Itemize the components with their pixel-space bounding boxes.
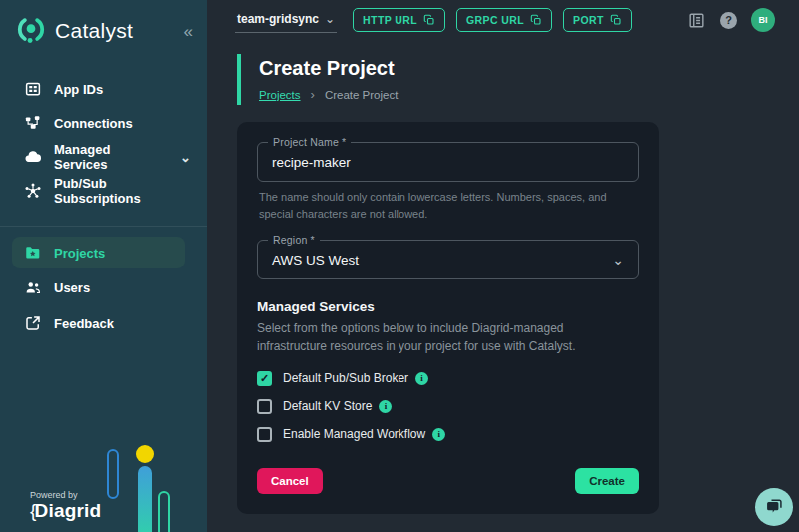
copy-icon [530,14,542,26]
sidebar-item-label: Projects [54,246,105,261]
managed-services-title: Managed Services [257,299,639,314]
page-title: Create Project [259,57,799,80]
decoration-blue-pill [107,449,119,499]
option-default-pubsub-broker[interactable]: ✓ Default Pub/Sub Broker i [257,366,639,390]
decoration-gradient-pill [138,466,152,532]
sidebar-item-label: Feedback [54,316,114,331]
sidebar-divider [0,226,207,227]
connections-icon [24,114,42,132]
powered-by-block: Powered by {Diagrid [30,490,101,522]
checkbox-unchecked[interactable] [257,427,272,442]
chat-widget-button[interactable] [755,488,793,526]
chevron-right-icon: › [311,88,315,101]
decoration-yellow-dot [136,445,154,463]
http-url-label: HTTP URL [363,14,417,26]
url-buttons: HTTP URL GRPC URL PORT [353,8,632,32]
sidebar-item-label: Users [54,280,90,295]
external-link-icon [24,314,42,332]
sidebar: Catalyst « App IDs Connections [0,0,207,532]
docs-icon[interactable] [687,11,706,30]
decoration-teal-pill [158,491,170,532]
managed-services-description: Select from the options below to include… [257,319,636,355]
sidebar-item-users[interactable]: Users [0,270,207,304]
avatar[interactable]: BI [751,8,775,32]
chevron-down-icon[interactable]: ⌄ [180,150,191,165]
chevron-down-icon: ⌄ [612,252,624,267]
topbar: team-gridsync ⌄ HTTP URL GRPC URL PORT [207,0,799,40]
users-icon [24,278,42,296]
option-label: Default KV Store [283,399,372,413]
option-label: Enable Managed Workflow [283,427,425,441]
sidebar-item-managed-services[interactable]: Managed Services ⌄ [0,140,207,174]
folder-star-icon [24,244,42,262]
sidebar-item-projects[interactable]: Projects [12,237,185,268]
brand-row: Catalyst « [0,0,207,48]
option-default-kv-store[interactable]: Default KV Store i [257,394,639,418]
project-name-input[interactable] [272,155,624,170]
region-label: Region * [268,234,320,246]
project-name-field[interactable]: Project Name * [257,142,639,182]
chat-icon [764,497,784,517]
sidebar-item-label: Connections [54,116,133,131]
port-button[interactable]: PORT [563,8,632,32]
copy-icon [423,14,435,26]
topbar-icons: ? BI [687,8,775,32]
chevron-down-icon: ⌄ [325,12,335,26]
breadcrumb-projects-link[interactable]: Projects [259,89,301,101]
sidebar-item-pubsub-subscriptions[interactable]: Pub/Sub Subscriptions [0,174,207,208]
hub-icon [24,182,42,200]
region-select[interactable]: Region * AWS US West ⌄ [257,240,639,279]
sidebar-nav-secondary: Projects Users Feedback [0,237,207,340]
main-area: team-gridsync ⌄ HTTP URL GRPC URL PORT [207,0,799,532]
brand-name: Catalyst [55,19,133,43]
create-project-form: Project Name * The name should only cont… [237,122,659,514]
sidebar-item-app-ids[interactable]: App IDs [0,72,207,106]
sidebar-item-connections[interactable]: Connections [0,106,207,140]
info-icon[interactable]: i [432,428,445,441]
org-selector[interactable]: team-gridsync ⌄ [235,8,337,33]
project-name-helper-text: The name should only contain lowercase l… [259,189,639,222]
create-button[interactable]: Create [575,468,639,494]
sidebar-collapse-icon[interactable]: « [184,23,193,40]
cancel-button[interactable]: Cancel [257,468,323,494]
port-label: PORT [573,14,604,26]
grpc-url-label: GRPC URL [466,14,524,26]
sidebar-item-label: Pub/Sub Subscriptions [54,176,191,206]
managed-services-options: ✓ Default Pub/Sub Broker i Default KV St… [257,366,639,446]
breadcrumb: Projects › Create Project [259,88,799,101]
help-icon[interactable]: ? [720,12,737,29]
page-header: Create Project Projects › Create Project [237,54,799,105]
sidebar-item-feedback[interactable]: Feedback [0,306,207,340]
sidebar-nav-primary: App IDs Connections Managed Services ⌄ [0,72,207,208]
http-url-button[interactable]: HTTP URL [353,8,445,32]
grpc-url-button[interactable]: GRPC URL [456,8,552,32]
org-name: team-gridsync [237,12,319,26]
diagrid-logo-text: Diagrid [35,500,102,521]
cloud-icon [24,148,42,166]
option-enable-managed-workflow[interactable]: Enable Managed Workflow i [257,422,639,446]
diagrid-logo: {Diagrid [30,500,101,522]
powered-by-label: Powered by [30,490,101,500]
app-ids-icon [24,80,42,98]
form-actions: Cancel Create [257,468,639,494]
checkbox-checked[interactable]: ✓ [257,371,272,386]
checkbox-unchecked[interactable] [257,399,272,414]
sidebar-item-label: App IDs [54,82,103,97]
project-name-label: Project Name * [268,136,351,148]
region-value: AWS US West [272,253,612,267]
option-label: Default Pub/Sub Broker [283,371,408,385]
copy-icon [610,14,622,26]
sidebar-item-label: Managed Services [54,142,166,172]
info-icon[interactable]: i [379,400,392,413]
catalyst-logo-icon [14,14,48,48]
info-icon[interactable]: i [415,372,428,385]
breadcrumb-current: Create Project [325,89,399,101]
